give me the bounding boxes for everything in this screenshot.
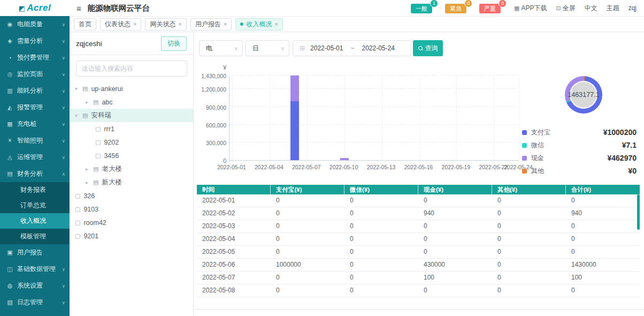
- app-download-label: APP下载: [521, 4, 547, 13]
- app-download-link[interactable]: ▦APP下载: [514, 4, 547, 13]
- table-scrollbar[interactable]: [637, 194, 640, 230]
- bar-segment-支付宝: [290, 101, 299, 160]
- tree-node-up-ankerui[interactable]: ▾▤up-ankerui: [70, 82, 193, 95]
- tab-income-overview[interactable]: 收入概况×: [235, 18, 282, 31]
- tree-node-room42[interactable]: ▢room42: [70, 216, 193, 229]
- sidebar-subitem-finance-report[interactable]: 财务报表: [0, 182, 70, 198]
- legend-item-微信[interactable]: 微信¥7.1: [522, 139, 637, 152]
- alarm-badge-urgent[interactable]: 紧急0: [445, 3, 466, 13]
- query-button[interactable]: 查询: [413, 40, 443, 56]
- tree-node-9103[interactable]: ▢9103: [70, 202, 193, 216]
- table-cell: 0: [344, 233, 418, 245]
- device-icon: ▢: [75, 219, 80, 226]
- tree-node-老大楼[interactable]: ▸▤老大楼: [70, 162, 193, 176]
- sidebar-subitem-income-overview[interactable]: 收入概况: [0, 213, 70, 229]
- fullscreen-link[interactable]: ⊡全屏: [556, 4, 575, 13]
- device-icon: ▢: [75, 192, 80, 199]
- table-cell: 0: [344, 272, 418, 284]
- chevron-right-icon[interactable]: ▸: [86, 166, 92, 172]
- tree-search-input[interactable]: [76, 61, 187, 77]
- tree-node-label: up-ankerui: [91, 85, 122, 93]
- alarm-badge-general[interactable]: 一般1: [411, 3, 432, 13]
- search-icon: [418, 46, 423, 51]
- page-title: 能源物联网云平台: [88, 3, 150, 13]
- sidebar-subitem-template-management[interactable]: 模板管理: [0, 229, 70, 244]
- tree-node-abc[interactable]: ▸▤abc: [70, 95, 193, 109]
- sidebar-subitem-order-overview[interactable]: 订单总览: [0, 198, 70, 213]
- stacked-bar: [303, 76, 311, 160]
- table-cell: 0: [492, 272, 566, 284]
- tab-home[interactable]: 首页: [74, 18, 96, 31]
- chevron-down-icon[interactable]: ▾: [75, 86, 81, 92]
- sidebar-item-power-quality[interactable]: ◉电能质量∨: [0, 16, 70, 33]
- table-cell: 0: [566, 284, 640, 297]
- tree-node-新大楼[interactable]: ▸▤新大楼: [70, 176, 193, 189]
- sidebar-item-log-management[interactable]: ▧日志管理∨: [0, 294, 70, 311]
- tree-node-9202[interactable]: ▢9202: [70, 136, 193, 149]
- gridline: [494, 76, 494, 160]
- tree-node-rrr1[interactable]: ▢rrr1: [70, 122, 193, 136]
- close-icon[interactable]: ×: [274, 21, 278, 27]
- building-icon: ▤: [93, 99, 98, 106]
- table-cell: 0: [344, 246, 418, 258]
- tab-meter-status[interactable]: 仪表状态×: [100, 18, 141, 31]
- sidebar-item-demand-analysis[interactable]: ◈需量分析∨: [0, 33, 70, 49]
- table-row: 2022-05-07001000100: [197, 272, 640, 284]
- language-switch[interactable]: 中文: [585, 4, 597, 13]
- table-cell: 2022-05-05: [197, 246, 271, 258]
- tree-node-安科瑞[interactable]: ▾▤安科瑞: [70, 109, 193, 122]
- chart-legend: 支付宝¥1000200微信¥7.1现金¥462970其他¥0: [522, 126, 637, 177]
- tab-user-report[interactable]: 用户报告×: [190, 18, 232, 31]
- sidebar-item-finance-analysis[interactable]: ▤财务分析∧: [0, 165, 70, 182]
- legend-color-swatch: [522, 156, 527, 161]
- sidebar-item-smart-lighting[interactable]: ☀智能照明∨: [0, 132, 70, 149]
- log-management-icon: ▧: [6, 299, 14, 306]
- tree-node-9201[interactable]: ▢9201: [70, 229, 193, 243]
- tab-gateway-status[interactable]: 网关状态×: [145, 18, 186, 31]
- sidebar-item-user-report[interactable]: ▣用户报告: [0, 244, 70, 261]
- sidebar-item-energy-consumption-analysis[interactable]: ▥能耗分析∨: [0, 82, 70, 99]
- chevron-down-icon[interactable]: ▾: [75, 112, 81, 118]
- table-cell: 2022-05-01: [197, 194, 271, 207]
- switch-project-button[interactable]: 切换: [161, 36, 187, 51]
- legend-item-其他[interactable]: 其他¥0: [522, 164, 637, 177]
- sidebar-item-prepaid-management[interactable]: ◔预付费管理∨: [0, 49, 70, 66]
- gridline: [519, 76, 519, 160]
- sidebar-item-label: 基础数据管理: [17, 265, 56, 274]
- tree-node-3456[interactable]: ▢3456: [70, 149, 193, 162]
- sidebar-item-alarm-management[interactable]: ◭报警管理∨: [0, 99, 70, 116]
- sidebar-item-monitoring-page[interactable]: ◎监控页面∨: [0, 66, 70, 82]
- chevron-right-icon[interactable]: ▸: [86, 99, 92, 105]
- gridline: [232, 76, 233, 160]
- alarm-badge-label: 紧急: [445, 4, 466, 13]
- table-row: 2022-05-0300000: [197, 220, 640, 233]
- close-icon[interactable]: ×: [133, 21, 136, 27]
- theme-switch[interactable]: 主题: [607, 4, 619, 13]
- sidebar-item-system-settings[interactable]: ◍系统设置∨: [0, 277, 70, 294]
- y-axis-unit: ¥: [195, 64, 226, 71]
- table-cell: 0: [566, 220, 640, 232]
- table-cell: 0: [492, 246, 566, 258]
- energy-type-select[interactable]: 电 ∨: [199, 40, 243, 56]
- legend-item-现金[interactable]: 现金¥462970: [522, 152, 637, 164]
- chevron-down-icon: ∨: [62, 283, 65, 289]
- alarm-badge-critical[interactable]: 严重0: [479, 3, 501, 13]
- legend-label: 现金: [531, 154, 544, 163]
- gridline: [270, 76, 270, 160]
- collapse-menu-icon[interactable]: ≡: [76, 4, 81, 13]
- period-value: 日: [252, 44, 259, 53]
- sidebar-item-basic-data-management[interactable]: ◫基础数据管理∨: [0, 261, 70, 277]
- chevron-right-icon[interactable]: ▸: [86, 179, 92, 185]
- close-icon[interactable]: ×: [224, 21, 227, 27]
- basic-data-icon: ◫: [6, 266, 14, 273]
- tree-node-326[interactable]: ▢326: [70, 189, 193, 202]
- legend-item-支付宝[interactable]: 支付宝¥1000200: [522, 126, 637, 139]
- sidebar-item-operation-maintenance[interactable]: ◬运维管理∨: [0, 149, 70, 165]
- sidebar-item-charging-pile[interactable]: ▦充电桩∨: [0, 116, 70, 132]
- user-menu[interactable]: zqj: [628, 4, 637, 12]
- table-cell: 0: [418, 284, 492, 297]
- user-report-icon: ▣: [6, 249, 14, 256]
- date-range-picker[interactable]: ⊞ 2022-05-01 ~ 2022-05-24: [293, 40, 411, 56]
- period-select[interactable]: 日 ∨: [246, 40, 289, 56]
- close-icon[interactable]: ×: [178, 21, 181, 27]
